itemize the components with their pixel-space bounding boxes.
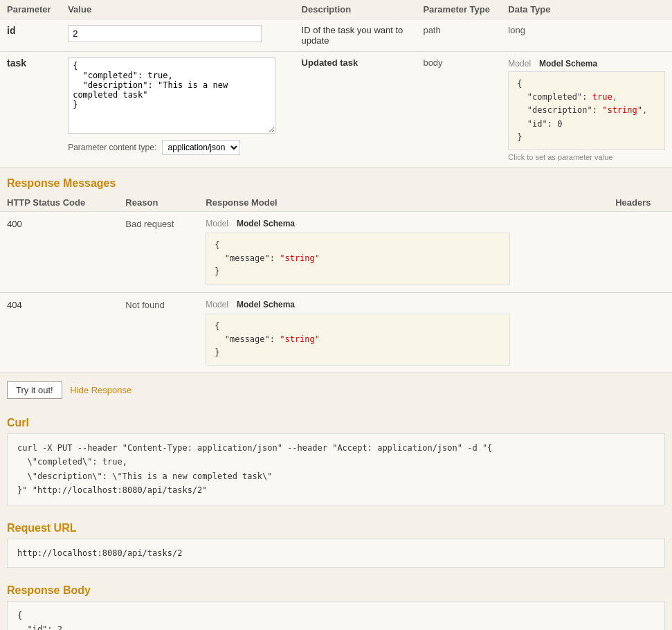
param-desc-task: Updated task [295, 52, 417, 168]
response-body-section: Response Body { "id": 2, "description": … [0, 575, 672, 630]
data-type-task: Model Model Schema { "completed": true, … [501, 52, 672, 168]
data-type-id: long [501, 19, 672, 52]
click-hint: Click to set as parameter value [508, 153, 665, 161]
request-url-title: Request URL [7, 512, 665, 539]
col-header-value: Value [61, 0, 294, 19]
task-desc-text: Updated task [302, 57, 358, 68]
curl-section: Curl curl -X PUT --header "Content-Type:… [0, 407, 672, 512]
headers-400 [608, 211, 672, 292]
resp-schema-box-400: { "message": "string" } [206, 233, 510, 285]
model-schema-tabs: Model Model Schema [508, 59, 665, 69]
response-table: HTTP Status Code Reason Response Model H… [0, 194, 672, 373]
table-row: 404 Not found Model Model Schema { "mess… [0, 292, 672, 373]
resp-model-schema-tabs-400: Model Model Schema [206, 219, 601, 228]
resp-col-reason: Reason [118, 194, 199, 212]
param-desc-id: ID of the task you want toupdate [295, 19, 417, 52]
col-header-parameter-type: Parameter Type [416, 0, 501, 19]
resp-col-headers: Headers [608, 194, 672, 212]
param-type-task: body [416, 52, 501, 168]
resp-schema-box-404: { "message": "string" } [206, 314, 510, 366]
col-header-data-type: Data Type [501, 0, 672, 19]
page: Parameter Value Description Parameter Ty… [0, 0, 672, 630]
content-type-label: Parameter content type: [68, 143, 156, 152]
resp-schema-tab-404[interactable]: Model Schema [237, 300, 295, 309]
table-row: 400 Bad request Model Model Schema { "me… [0, 211, 672, 292]
hide-response-button[interactable]: Hide Response [70, 385, 131, 395]
table-row: id ID of the task you want toupdate path… [0, 19, 672, 52]
param-name-task: task [0, 52, 61, 168]
response-model-400: Model Model Schema { "message": "string"… [199, 211, 608, 292]
model-schema-tab[interactable]: Model Schema [539, 59, 597, 69]
content-type-row: Parameter content type: application/json… [68, 140, 287, 155]
response-messages-title: Response Messages [0, 168, 672, 194]
model-schema-container: Model Model Schema { "completed": true, … [508, 59, 665, 161]
response-model-404: Model Model Schema { "message": "string"… [199, 292, 608, 373]
content-type-select[interactable]: application/json application/xml [162, 140, 240, 155]
resp-col-model: Response Model [199, 194, 608, 212]
try-it-out-button[interactable]: Try it out! [7, 381, 62, 399]
curl-title: Curl [7, 407, 665, 433]
response-body-box: { "id": 2, "description": "This is a new… [7, 601, 665, 630]
param-value-id [61, 19, 294, 52]
resp-model-schema-tabs-404: Model Model Schema [206, 300, 601, 309]
table-row: task { "completed": true, "description":… [0, 52, 672, 168]
param-name-id: id [0, 19, 61, 52]
parameters-table: Parameter Value Description Parameter Ty… [0, 0, 672, 168]
status-400: 400 [0, 211, 118, 292]
col-header-parameter: Parameter [0, 0, 61, 19]
model-tab[interactable]: Model [508, 59, 531, 69]
action-buttons: Try it out! Hide Response [0, 373, 672, 407]
resp-model-tab-400[interactable]: Model [206, 219, 228, 228]
id-input[interactable] [68, 25, 262, 42]
request-url-box: http://localhost:8080/api/tasks/2 [7, 539, 665, 568]
reason-400: Bad request [118, 211, 199, 292]
headers-404 [608, 292, 672, 373]
request-url-section: Request URL http://localhost:8080/api/ta… [0, 512, 672, 575]
status-404: 404 [0, 292, 118, 373]
param-type-id: path [416, 19, 501, 52]
resp-model-tab-404[interactable]: Model [206, 300, 228, 309]
resp-schema-tab-400[interactable]: Model Schema [237, 219, 295, 228]
task-textarea[interactable]: { "completed": true, "description": "Thi… [68, 57, 275, 134]
reason-404: Not found [118, 292, 199, 373]
param-value-task: { "completed": true, "description": "Thi… [61, 52, 294, 168]
resp-col-status: HTTP Status Code [0, 194, 118, 212]
col-header-description: Description [295, 0, 417, 19]
response-body-title: Response Body [7, 575, 665, 601]
model-schema-box: { "completed": true, "description": "str… [508, 71, 665, 150]
curl-code-box: curl -X PUT --header "Content-Type: appl… [7, 433, 665, 505]
